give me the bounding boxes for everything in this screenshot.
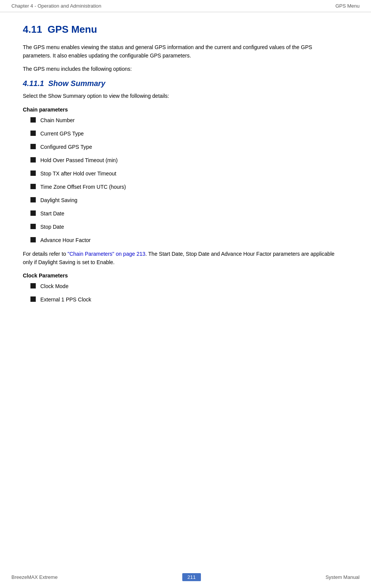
bullet-icon <box>30 210 36 216</box>
list-item-label: Clock Mode <box>40 282 68 290</box>
page-number: 211 <box>182 573 201 581</box>
section-intro-2: The GPS menu includes the following opti… <box>23 65 341 73</box>
list-item-label: Advance Hour Factor <box>40 236 91 244</box>
bullet-icon <box>30 237 36 242</box>
subsection-intro: Select the Show Summary option to view t… <box>23 92 341 100</box>
bullet-icon <box>30 144 36 149</box>
bullet-icon <box>30 117 36 123</box>
list-item-label: Current GPS Type <box>40 130 84 138</box>
subsection-title: 4.11.1 Show Summary <box>23 79 341 88</box>
bullet-icon <box>30 131 36 136</box>
chain-note-prefix: For details refer to <box>23 251 68 257</box>
list-item-label: Stop TX after Hold over Timeout <box>40 170 116 178</box>
list-item-label: Configured GPS Type <box>40 143 92 151</box>
list-item: Chain Number <box>30 116 341 124</box>
section-title: 4.11 GPS Menu <box>23 24 341 35</box>
header-right: GPS Menu <box>335 3 360 9</box>
bullet-icon <box>30 157 36 163</box>
chain-params-list: Chain Number Current GPS Type Configured… <box>23 116 341 244</box>
footer-right: System Manual <box>325 574 360 580</box>
footer-left: BreezeMAX Extreme <box>11 574 57 580</box>
bullet-icon <box>30 224 36 229</box>
clock-params-heading: Clock Parameters <box>23 272 341 279</box>
list-item-label: Chain Number <box>40 116 75 124</box>
list-item: Stop Date <box>30 223 341 231</box>
list-item-label: External 1 PPS Clock <box>40 296 91 304</box>
list-item: Start Date <box>30 210 341 218</box>
chain-note: For details refer to "Chain Parameters" … <box>23 250 341 267</box>
list-item: Configured GPS Type <box>30 143 341 151</box>
clock-params-list: Clock Mode External 1 PPS Clock <box>23 282 341 304</box>
list-item: Clock Mode <box>30 282 341 290</box>
bullet-icon <box>30 283 36 288</box>
list-item-label: Start Date <box>40 210 64 218</box>
list-item: Current GPS Type <box>30 130 341 138</box>
list-item: External 1 PPS Clock <box>30 296 341 304</box>
list-item-label: Hold Over Passed Timeout (min) <box>40 156 118 164</box>
bullet-icon <box>30 171 36 176</box>
header-left: Chapter 4 - Operation and Administration <box>11 3 101 9</box>
chain-note-link[interactable]: "Chain Parameters" on page 213 <box>68 251 146 257</box>
section-intro-1: The GPS menu enables viewing the status … <box>23 43 341 60</box>
bullet-icon <box>30 296 36 302</box>
list-item: Daylight Saving <box>30 196 341 204</box>
list-item: Stop TX after Hold over Timeout <box>30 170 341 178</box>
list-item: Hold Over Passed Timeout (min) <box>30 156 341 164</box>
bullet-icon <box>30 184 36 189</box>
list-item: Advance Hour Factor <box>30 236 341 244</box>
list-item-label: Daylight Saving <box>40 196 77 204</box>
list-item: Time Zone Offset From UTC (hours) <box>30 183 341 191</box>
bullet-icon <box>30 197 36 202</box>
list-item-label: Time Zone Offset From UTC (hours) <box>40 183 126 191</box>
list-item-label: Stop Date <box>40 223 64 231</box>
chain-params-heading: Chain parameters <box>23 107 341 113</box>
